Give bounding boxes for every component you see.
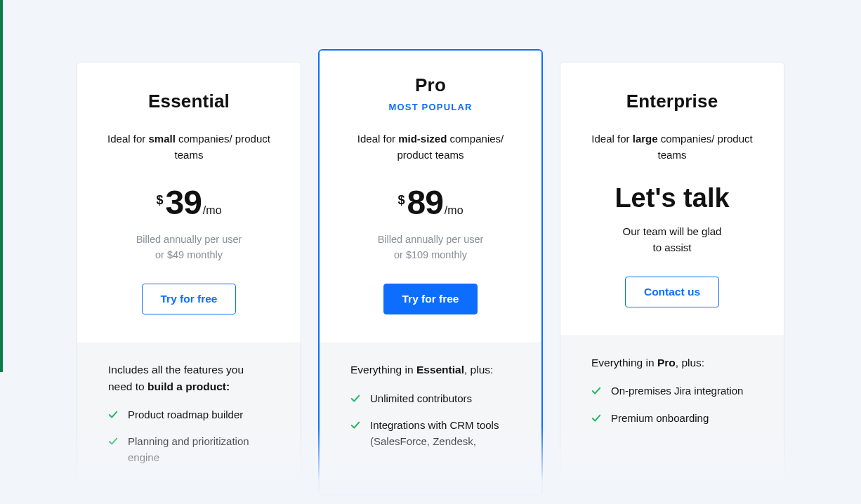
check-icon xyxy=(350,420,360,430)
try-free-button[interactable]: Try for free xyxy=(142,284,237,314)
plan-name: Enterprise xyxy=(584,91,760,112)
amount: 89 xyxy=(407,183,442,222)
plan-card-pro: Pro MOST POPULAR Ideal for mid-sized com… xyxy=(318,49,543,496)
plan-top: Enterprise Ideal for large companies/ pr… xyxy=(560,62,784,336)
billing-note: Billed annually per user or $109 monthly xyxy=(343,232,518,263)
plan-price: $ 39 /mo xyxy=(101,183,277,222)
plan-price: $ 89 /mo xyxy=(343,183,518,222)
feature-item: On-premises Jira integration xyxy=(591,383,753,399)
feature-label: Planning and prioritization engine xyxy=(128,434,270,465)
check-icon xyxy=(108,410,118,420)
plan-desc: Ideal for large companies/ product teams xyxy=(584,131,760,164)
plan-desc: Ideal for small companies/ product teams xyxy=(101,131,277,164)
feature-label: On-premises Jira integration xyxy=(611,383,743,399)
lets-talk: Let's talk xyxy=(584,183,760,213)
currency: $ xyxy=(156,193,163,208)
feature-item: Premium onboarding xyxy=(591,411,753,427)
feature-item: Integrations with CRM tools (SalesForce,… xyxy=(350,418,511,449)
features-title: Everything in Essential, plus: xyxy=(350,362,511,378)
features-title: Everything in Pro, plus: xyxy=(591,354,753,371)
contact-us-button[interactable]: Contact us xyxy=(625,277,719,307)
check-icon xyxy=(350,394,360,404)
currency: $ xyxy=(397,193,405,208)
feature-item: Planning and prioritization engine xyxy=(108,434,270,465)
period: /mo xyxy=(445,204,464,217)
plan-top: Pro MOST POPULAR Ideal for mid-sized com… xyxy=(320,51,541,343)
plan-features: Everything in Essential, plus: Unlimited… xyxy=(320,343,541,494)
plan-card-essential: Essential Ideal for small companies/ pro… xyxy=(77,62,301,496)
left-accent-bar xyxy=(0,0,3,372)
plan-name: Pro xyxy=(343,74,518,96)
most-popular-badge: MOST POPULAR xyxy=(343,102,518,112)
feature-label: Product roadmap builder xyxy=(128,407,243,423)
feature-item: Unlimited contributors xyxy=(350,391,511,407)
plan-desc: Ideal for mid-sized companies/ product t… xyxy=(343,131,518,164)
billing-note: Billed annually per user or $49 monthly xyxy=(101,232,277,263)
check-icon xyxy=(591,413,601,423)
feature-label: Premium onboarding xyxy=(611,411,709,427)
features-title: Includes all the features you need to bu… xyxy=(108,362,270,394)
period: /mo xyxy=(203,204,222,217)
check-icon xyxy=(591,386,601,396)
feature-label: Unlimited contributors xyxy=(370,391,472,407)
plan-card-enterprise: Enterprise Ideal for large companies/ pr… xyxy=(560,62,784,496)
plan-top: Essential Ideal for small companies/ pro… xyxy=(77,62,301,343)
plan-features: Everything in Pro, plus: On-premises Jir… xyxy=(560,336,784,495)
amount: 39 xyxy=(165,183,201,222)
feature-item: Product roadmap builder xyxy=(108,407,270,423)
feature-label: Integrations with CRM tools (SalesForce,… xyxy=(370,418,511,449)
assist-note: Our team will be glad to assist xyxy=(584,223,760,256)
pricing-cards: Essential Ideal for small companies/ pro… xyxy=(0,0,861,496)
try-free-button[interactable]: Try for free xyxy=(383,284,478,314)
check-icon xyxy=(108,437,118,446)
plan-features: Includes all the features you need to bu… xyxy=(77,343,301,495)
plan-name: Essential xyxy=(101,91,277,112)
